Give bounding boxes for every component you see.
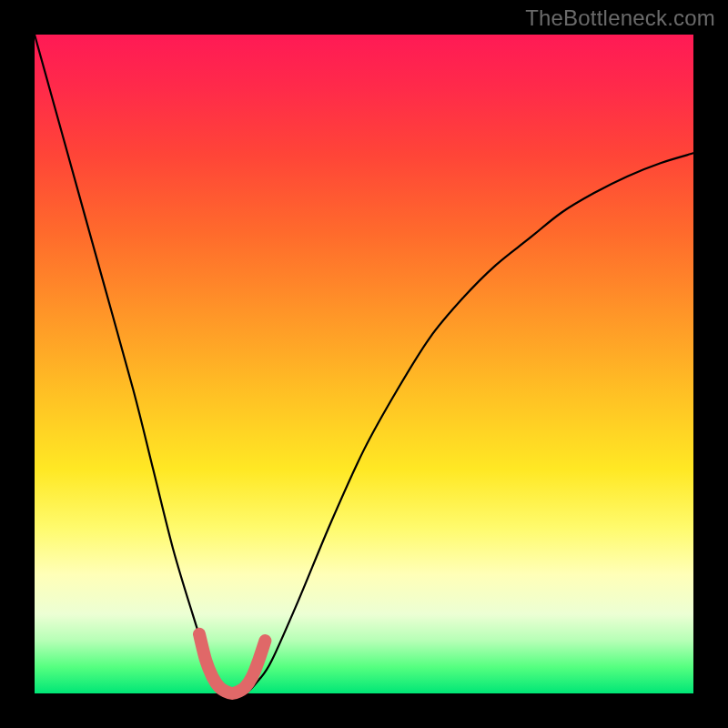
chart-frame: TheBottleneck.com bbox=[0, 0, 728, 728]
bottleneck-curve-line bbox=[35, 35, 693, 695]
plot-area bbox=[35, 35, 693, 693]
chart-svg bbox=[35, 35, 693, 693]
watermark-text: TheBottleneck.com bbox=[525, 5, 715, 31]
